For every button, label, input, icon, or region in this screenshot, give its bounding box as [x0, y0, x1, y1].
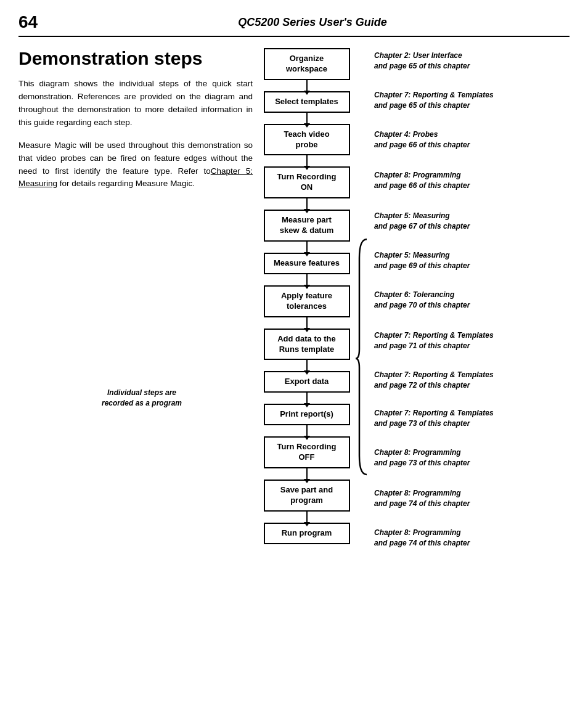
ref-measure-features: Chapter 5: Measuringand page 69 of this …: [365, 249, 570, 272]
left-column: Demonstration steps This diagram shows t…: [18, 48, 253, 550]
step-organize-workspace: Organizeworkspace: [264, 48, 350, 80]
arrow-3: [306, 155, 308, 166]
step-add-data-runs-template: Add data to theRuns template: [264, 329, 350, 361]
refs-column: Chapter 2: User Interfaceand page 65 of …: [354, 48, 570, 550]
ref-export-data: Chapter 7: Reporting & Templatesand page…: [365, 369, 570, 392]
arrow-2: [306, 113, 308, 124]
ref-print-reports: Chapter 7: Reporting & Templatesand page…: [365, 407, 570, 430]
ref-turn-recording-off: Chapter 8: Programmingand page 73 of thi…: [365, 445, 570, 471]
step-turn-recording-on: Turn RecordingON: [264, 166, 350, 198]
step-teach-video-probe: Teach videoprobe: [264, 124, 350, 156]
step-apply-feature-tolerances: Apply featuretolerances: [264, 285, 350, 317]
page-header: 64 QC5200 Series User's Guide: [18, 12, 570, 37]
arrow-9: [306, 393, 308, 404]
intro-paragraph-1: This diagram shows the individual steps …: [18, 78, 253, 129]
content-area: Demonstration steps This diagram shows t…: [18, 48, 570, 550]
ref-measure-part-skew: Chapter 5: Measuringand page 67 of this …: [365, 208, 570, 234]
page: 64 QC5200 Series User's Guide Demonstrat…: [0, 0, 588, 702]
step-save-part-program: Save part andprogram: [264, 480, 350, 512]
step-turn-recording-off: Turn RecordingOFF: [264, 436, 350, 468]
ref-select-templates: Chapter 7: Reporting & Templatesand page…: [365, 89, 570, 112]
arrow-12: [306, 512, 308, 523]
ref-run-program: Chapter 8: Programmingand page 74 of thi…: [365, 526, 570, 550]
brace-overlay: [354, 48, 372, 550]
arrow-11: [306, 468, 308, 480]
header-title: QC5200 Series User's Guide: [55, 16, 570, 29]
ref-organize-workspace: Chapter 2: User Interfaceand page 65 of …: [365, 48, 570, 74]
arrow-7: [306, 317, 308, 329]
page-number: 64: [18, 12, 55, 32]
arrow-6: [306, 274, 308, 285]
ref-apply-feature-tolerances: Chapter 6: Tolerancingand page 70 of thi…: [365, 287, 570, 313]
arrow-10: [306, 425, 308, 436]
brace-label: Individual steps are recorded as a progr…: [31, 388, 253, 409]
steps-column: Organizeworkspace Select templates Teach…: [259, 48, 354, 550]
right-column: Organizeworkspace Select templates Teach…: [259, 48, 570, 550]
ref-add-data-runs-template: Chapter 7: Reporting & Templatesand page…: [365, 328, 570, 354]
step-measure-part-skew: Measure partskew & datum: [264, 210, 350, 242]
intro-paragraph-2: Measure Magic will be used throughout th…: [18, 139, 253, 191]
section-title: Demonstration steps: [18, 48, 253, 69]
flow-diagram: Organizeworkspace Select templates Teach…: [259, 48, 570, 550]
arrow-5: [306, 242, 308, 253]
ref-save-part-program: Chapter 8: Programmingand page 74 of thi…: [365, 486, 570, 512]
ref-turn-recording-on: Chapter 8: Programmingand page 66 of thi…: [365, 168, 570, 194]
ref-teach-video-probe: Chapter 4: Probesand page 66 of this cha…: [365, 127, 570, 153]
arrow-4: [306, 198, 308, 210]
arrow-1: [306, 80, 308, 91]
intro-text-2b: for details regarding Measure Magic.: [57, 179, 195, 188]
arrow-8: [306, 360, 308, 371]
